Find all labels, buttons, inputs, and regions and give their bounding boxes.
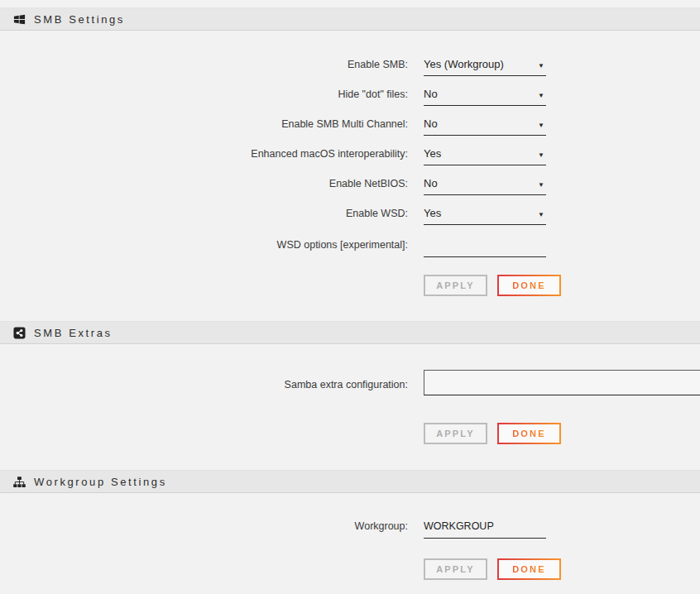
field-label: Enable SMB: bbox=[0, 59, 408, 71]
field-label: WSD options [experimental]: bbox=[0, 239, 408, 251]
done-button[interactable]: DONE bbox=[497, 558, 561, 580]
section-header-smb-settings: SMB Settings bbox=[0, 7, 700, 31]
chevron-down-icon: ▼ bbox=[538, 62, 546, 70]
macos-interoperability-select[interactable]: Yes ▼ bbox=[424, 147, 546, 165]
section-header-workgroup-settings: Workgroup Settings bbox=[0, 470, 700, 493]
workgroup-input[interactable] bbox=[424, 520, 546, 539]
field-label: Enable NetBIOS: bbox=[0, 178, 408, 190]
sitemap-icon bbox=[13, 476, 26, 488]
apply-button[interactable]: APPLY bbox=[424, 275, 487, 296]
button-row: APPLY DONE bbox=[424, 275, 700, 296]
form-row: Enable SMB: Yes (Workgroup) ▼ bbox=[0, 58, 700, 76]
enable-wsd-select[interactable]: Yes ▼ bbox=[424, 207, 546, 225]
windows-icon bbox=[13, 13, 26, 26]
section-title: SMB Extras bbox=[34, 327, 113, 339]
chevron-down-icon: ▼ bbox=[538, 92, 546, 100]
chevron-down-icon: ▼ bbox=[538, 122, 546, 130]
form-row: Enable WSD: Yes ▼ bbox=[0, 207, 700, 225]
smb-settings-form: Enable SMB: Yes (Workgroup) ▼ Hide "dot"… bbox=[0, 58, 700, 296]
wsd-options-input[interactable] bbox=[424, 239, 546, 257]
samba-extra-config-textarea[interactable] bbox=[424, 370, 700, 395]
button-row: APPLY DONE bbox=[424, 558, 700, 580]
enable-netbios-select[interactable]: No ▼ bbox=[424, 177, 546, 195]
section-header-smb-extras: SMB Extras bbox=[0, 321, 700, 344]
chevron-down-icon: ▼ bbox=[538, 151, 546, 160]
share-icon bbox=[13, 327, 26, 339]
field-label: Samba extra configuration: bbox=[0, 378, 408, 391]
field-label: Enable SMB Multi Channel: bbox=[0, 118, 408, 131]
form-row: Samba extra configuration: bbox=[0, 370, 700, 399]
form-row: Enhanced macOS interoperability: Yes ▼ bbox=[0, 147, 700, 165]
smb-multi-channel-select[interactable]: No ▼ bbox=[424, 117, 546, 136]
field-label: Hide "dot" files: bbox=[0, 89, 408, 101]
form-row: WSD options [experimental]: bbox=[0, 237, 700, 257]
apply-button[interactable]: APPLY bbox=[424, 558, 487, 580]
done-button[interactable]: DONE bbox=[497, 423, 561, 444]
field-label: Enable WSD: bbox=[0, 208, 408, 220]
hide-dot-files-select[interactable]: No ▼ bbox=[424, 88, 546, 106]
enable-smb-select[interactable]: Yes (Workgroup) ▼ bbox=[424, 58, 546, 76]
form-row: Hide "dot" files: No ▼ bbox=[0, 88, 700, 106]
chevron-down-icon: ▼ bbox=[538, 211, 546, 219]
chevron-down-icon: ▼ bbox=[538, 181, 546, 189]
smb-extras-form: Samba extra configuration: APPLY DONE bbox=[0, 370, 700, 444]
field-label: Enhanced macOS interoperability: bbox=[0, 148, 408, 160]
workgroup-settings-form: Workgroup: APPLY DONE bbox=[0, 518, 700, 580]
form-row: Enable SMB Multi Channel: No ▼ bbox=[0, 117, 700, 136]
section-title: Workgroup Settings bbox=[34, 476, 167, 488]
section-title: SMB Settings bbox=[34, 13, 125, 26]
button-row: APPLY DONE bbox=[424, 423, 700, 444]
done-button[interactable]: DONE bbox=[497, 275, 561, 296]
form-row: Workgroup: bbox=[0, 518, 700, 539]
field-label: Workgroup: bbox=[0, 520, 408, 533]
apply-button[interactable]: APPLY bbox=[424, 423, 487, 444]
form-row: Enable NetBIOS: No ▼ bbox=[0, 177, 700, 195]
settings-page: SMB Settings Enable SMB: Yes (Workgroup)… bbox=[0, 0, 700, 580]
